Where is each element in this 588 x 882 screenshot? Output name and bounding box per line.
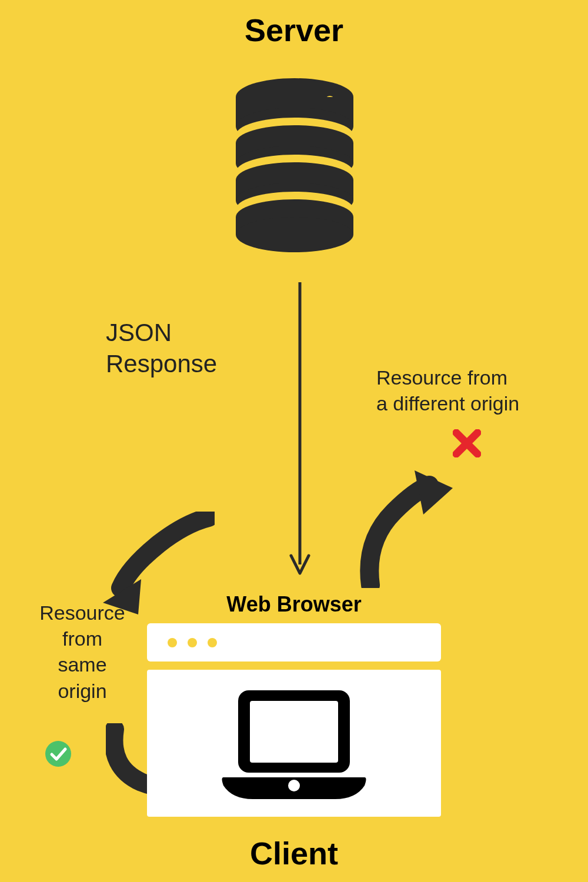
curved-arrow-down-left-icon — [91, 512, 215, 620]
check-icon — [44, 740, 72, 770]
different-origin-label: Resource from a different origin — [376, 365, 519, 416]
curved-arrow-up-right-icon — [359, 470, 459, 590]
browser-body — [147, 670, 441, 817]
x-icon — [453, 429, 481, 460]
svg-point-0 — [45, 741, 71, 767]
same-line3: same — [24, 652, 141, 677]
server-title: Server — [0, 12, 588, 48]
window-dot-icon — [208, 638, 217, 647]
svg-point-20 — [288, 780, 300, 791]
arrow-down-icon — [288, 282, 312, 579]
window-dot-icon — [168, 638, 177, 647]
browser-window-icon — [147, 623, 441, 817]
browser-titlebar — [147, 623, 441, 662]
svg-point-16 — [236, 217, 353, 252]
json-response-label: JSON Response — [106, 318, 217, 379]
json-line1: JSON — [106, 318, 217, 349]
laptop-icon — [218, 684, 370, 802]
same-line2: from — [24, 626, 141, 652]
database-icon — [233, 76, 356, 255]
client-title: Client — [0, 835, 588, 871]
window-dot-icon — [188, 638, 197, 647]
same-line4: origin — [24, 678, 141, 704]
diff-line1: Resource from — [376, 365, 519, 390]
diff-line2: a different origin — [376, 390, 519, 416]
json-line2: Response — [106, 349, 217, 380]
svg-rect-19 — [250, 701, 338, 763]
